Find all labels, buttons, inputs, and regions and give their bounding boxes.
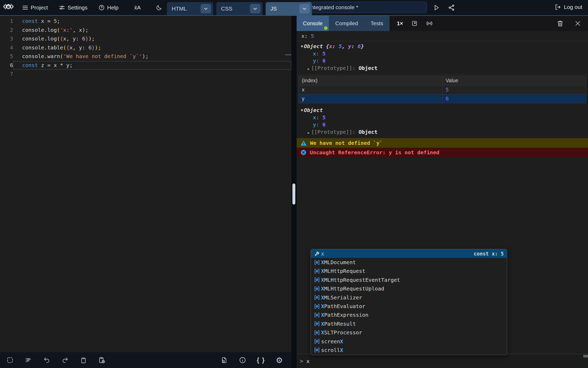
select-region-button[interactable]	[5, 355, 15, 365]
editor-toolbar-right: { }⚙	[219, 352, 284, 368]
code-editor[interactable]: 1const x = 5;2console.log('x:', x);3cons…	[0, 16, 291, 352]
autocomplete-item[interactable]: XPathExpression	[311, 311, 507, 319]
object-summary[interactable]: ▼Object	[297, 106, 588, 114]
project-info-button[interactable]	[238, 355, 247, 365]
autocomplete-item[interactable]: xconst x: 5	[311, 249, 507, 258]
external-resources-button[interactable]	[219, 355, 229, 365]
translate-button[interactable]: x̄A	[134, 4, 141, 11]
property-key: y:	[313, 58, 322, 64]
property-value: 5	[322, 50, 326, 57]
tab-css[interactable]: CSS	[216, 2, 262, 15]
console-tabs: Console Compiled Tests	[297, 16, 390, 31]
caret-down-icon[interactable]: ▼	[301, 44, 303, 48]
table-index-cell: x	[299, 85, 443, 94]
table-index-cell: y	[299, 94, 443, 103]
help-circle-icon	[98, 4, 105, 11]
caret-right-icon[interactable]: ▶	[308, 67, 309, 71]
result-zoom-button[interactable]: 1×	[397, 20, 403, 27]
autocomplete-item[interactable]: XMLHttpRequest	[311, 267, 507, 275]
editor-line: 5console.warn('We have not defined `y`')…	[0, 52, 291, 61]
autocomplete-item[interactable]: XMLHttpRequestUpload	[311, 284, 507, 293]
tab-tests[interactable]: Tests	[364, 16, 390, 31]
autocomplete-item[interactable]: XMLSerializer	[311, 293, 507, 302]
menu-settings[interactable]: Settings	[59, 4, 87, 11]
console-table-row[interactable]: y6	[299, 94, 586, 103]
menu-project[interactable]: Project	[22, 4, 48, 11]
copy-code-button[interactable]	[79, 355, 88, 365]
autocomplete-item[interactable]: XPathResult	[311, 319, 507, 328]
autocomplete-item-label: screenX	[321, 338, 343, 345]
format-code-button[interactable]	[24, 355, 33, 365]
autocomplete-item[interactable]: XSLTProcessor	[311, 328, 507, 337]
console-input[interactable]: > x	[297, 354, 588, 368]
autocomplete-item[interactable]: scrollX	[311, 346, 507, 354]
css-language-menu-button[interactable]	[250, 4, 260, 13]
open-result-in-new-window-button[interactable]	[411, 20, 418, 27]
custom-settings-button[interactable]: { }	[256, 355, 266, 365]
console-table-header-cell[interactable]: Value	[442, 76, 586, 85]
console-object-entry: ▼Object {x: 5, y: 6}x: 5y: 6▶[[Prototype…	[297, 41, 588, 74]
prototype-value: Object	[359, 65, 377, 71]
autocomplete-item-label: XMLDocument	[321, 259, 356, 265]
sliders-icon	[59, 4, 65, 11]
tab-console[interactable]: Console	[297, 16, 329, 31]
editor-settings-button[interactable]: ⚙	[275, 355, 284, 365]
autocomplete-item[interactable]: XPathEvaluator	[311, 302, 507, 310]
object-prototype-row[interactable]: ▶[[Prototype]]: Object	[297, 128, 588, 136]
editor-lines: 1const x = 5;2console.log('x:', x);3cons…	[0, 16, 291, 79]
run-button[interactable]	[433, 4, 440, 11]
editor-line: 3console.log({x, y: 6});	[0, 34, 291, 43]
autocomplete-item[interactable]: XMLDocument	[311, 258, 507, 267]
copy-snippet-button[interactable]	[97, 355, 107, 365]
code-line-content: console.warn('We have not defined `y`');	[13, 52, 291, 61]
split-gutter	[291, 16, 297, 368]
console-toolbar-spacer	[433, 16, 556, 31]
share-button[interactable]	[448, 4, 455, 11]
broadcast-button[interactable]	[426, 20, 433, 27]
redo-button[interactable]	[60, 355, 70, 365]
pane-resize-handle[interactable]	[292, 183, 295, 205]
tab-compiled[interactable]: Compiled	[329, 16, 364, 31]
logout-button[interactable]: Log out	[554, 4, 582, 11]
js-language-menu-button[interactable]	[299, 4, 310, 13]
livecodes-app: Project Settings	[0, 0, 588, 368]
app-logo[interactable]	[2, 2, 15, 14]
undo-button[interactable]	[42, 355, 51, 365]
object-summary[interactable]: ▼Object {x: 5, y: 6}	[297, 43, 588, 50]
dark-mode-toggle[interactable]	[156, 4, 162, 11]
console-object-entry: ▼Objectx: 5y: 6▶[[Prototype]]: Object	[297, 105, 588, 138]
menu-help[interactable]: Help	[98, 4, 118, 11]
line-number: 7	[0, 70, 13, 79]
line-number: 2	[0, 26, 13, 35]
console-input-scrollbar[interactable]	[583, 355, 588, 357]
tab-html[interactable]: HTML	[167, 2, 213, 15]
line-number: 5	[0, 52, 13, 61]
hamburger-icon	[22, 4, 28, 11]
tab-js[interactable]: JS	[266, 2, 312, 15]
autocomplete-item-detail: const x: 5	[474, 251, 504, 257]
html-language-menu-button[interactable]	[201, 4, 211, 13]
project-title-input[interactable]	[305, 2, 427, 13]
console-table-row[interactable]: x5	[299, 85, 586, 94]
redo-icon	[61, 356, 69, 364]
menu-project-label: Project	[31, 4, 48, 11]
caret-right-icon[interactable]: ▶	[308, 131, 309, 135]
console-table-header-cell[interactable]: (index)	[299, 76, 443, 85]
prototype-value: Object	[359, 129, 377, 135]
chevron-down-icon	[253, 7, 257, 11]
console-warning-entry: We have not defined `y`	[297, 138, 588, 148]
editor-line: 6const z = x * y;	[0, 61, 291, 70]
line-number: 4	[0, 43, 13, 52]
editor-toolbar-left	[5, 352, 107, 368]
autocomplete-item-label: XMLHttpRequest	[321, 268, 365, 274]
tab-console-label: Console	[303, 20, 323, 27]
object-prototype-row[interactable]: ▶[[Prototype]]: Object	[297, 64, 588, 73]
autocomplete-item[interactable]: XMLHttpRequestEventTarget	[311, 275, 507, 284]
autocomplete-item-label: XSLTProcessor	[321, 329, 362, 336]
close-console-button[interactable]	[574, 20, 581, 27]
symbol-class-icon	[313, 277, 321, 283]
line-number: 1	[0, 17, 13, 26]
clear-console-button[interactable]	[556, 20, 564, 27]
autocomplete-item[interactable]: screenX	[311, 337, 507, 346]
caret-down-icon[interactable]: ▼	[301, 108, 303, 112]
